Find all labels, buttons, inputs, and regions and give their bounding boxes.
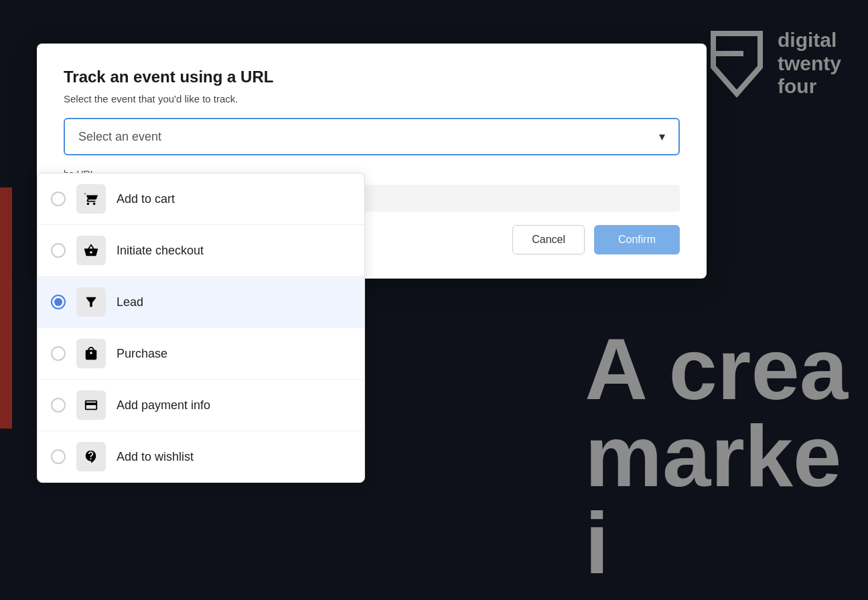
lead-icon [76,287,106,317]
radio-add-payment-info[interactable] [51,398,66,412]
dropdown-item-lead[interactable]: Lead [38,277,364,328]
select-placeholder: Select an event [78,130,161,144]
dropdown-item-add-to-cart[interactable]: Add to cart [38,173,364,225]
add-to-wishlist-label: Add to wishlist [117,450,194,464]
radio-purchase[interactable] [51,346,66,361]
radio-add-to-wishlist[interactable] [51,449,66,464]
event-select-wrapper: Select an event ▾ [64,118,680,155]
radio-add-to-cart[interactable] [51,192,66,206]
modal-subtitle: Select the event that you'd like to trac… [64,93,680,104]
dropdown-item-add-payment-info[interactable]: Add payment info [38,380,364,431]
chevron-down-icon: ▾ [659,129,665,144]
lead-label: Lead [117,295,143,309]
dropdown-item-initiate-checkout[interactable]: Initiate checkout [38,225,364,277]
event-select[interactable]: Select an event ▾ [64,118,680,155]
initiate-checkout-label: Initiate checkout [117,244,204,258]
radio-lead[interactable] [51,295,66,309]
purchase-icon [76,339,106,368]
confirm-button[interactable]: Confirm [594,225,680,254]
modal-title: Track an event using a URL [64,68,680,86]
add-to-cart-icon [76,184,106,214]
add-to-wishlist-icon [76,442,106,471]
radio-initiate-checkout[interactable] [51,243,66,258]
add-payment-info-label: Add payment info [117,398,210,412]
initiate-checkout-icon [76,236,106,265]
cancel-button[interactable]: Cancel [512,225,585,254]
purchase-label: Purchase [117,347,167,361]
dropdown-item-purchase[interactable]: Purchase [38,328,364,380]
add-to-cart-label: Add to cart [117,192,175,206]
radio-inner-lead [54,298,62,306]
dropdown-item-add-to-wishlist[interactable]: Add to wishlist [38,431,364,482]
event-dropdown-list: Add to cart Initiate checkout Lead [37,173,365,483]
add-payment-info-icon [76,390,106,420]
